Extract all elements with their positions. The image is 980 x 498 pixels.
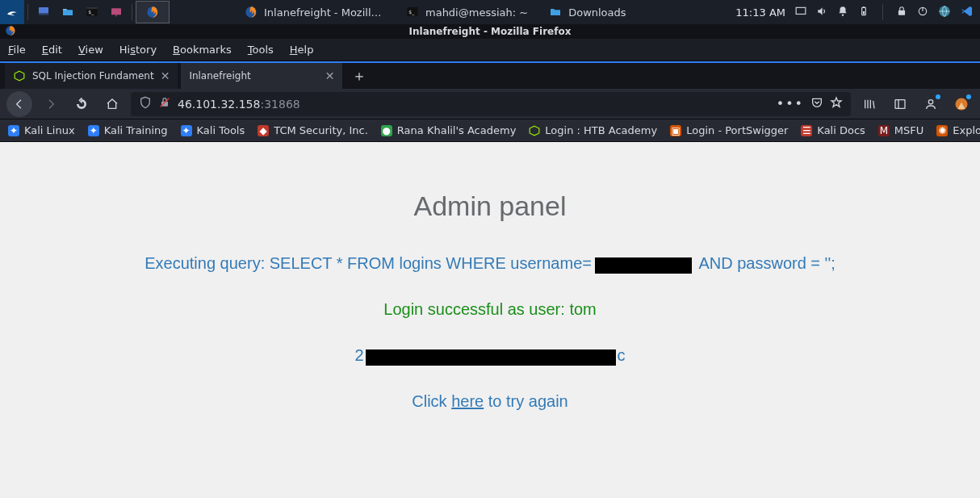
desktop-launcher-icon[interactable] [31,0,56,24]
page-content: Admin panel Executing query: SELECT * FR… [0,142,980,498]
svg-rect-15 [863,11,865,15]
menu-file[interactable]: File [8,44,26,56]
tab-sql-injection[interactable]: SQL Injection Fundament ✕ [5,63,178,89]
menu-view[interactable]: View [78,44,103,56]
dragon-icon: ✦ [8,125,19,136]
menu-history[interactable]: History [119,44,157,56]
tab-title: Inlanefreight [189,70,318,82]
bookmark-portswigger[interactable]: ▣Login - PortSwigger [670,124,788,136]
exploit-icon: ✺ [936,125,948,136]
library-button[interactable] [857,92,882,116]
bookmark-tcm[interactable]: ◆TCM Security, Inc. [258,124,368,136]
svg-rect-14 [863,6,865,7]
close-icon[interactable]: ✕ [325,69,335,82]
account-button[interactable] [919,92,943,116]
page-actions-icon[interactable]: ••• [777,96,804,111]
task-firefox[interactable]: Inlanefreight - Mozilla ... [234,1,396,23]
panel-firefox-shortcut[interactable] [136,1,170,23]
menu-help[interactable]: Help [290,44,314,56]
power-icon[interactable] [917,6,928,19]
sidebar-button[interactable] [888,92,912,116]
volume-icon[interactable] [816,6,827,19]
docs-icon: ☰ [801,125,812,136]
bookmark-kali-tools[interactable]: ✦Kali Tools [181,124,245,136]
firefox-titlebar[interactable]: Inlanefreight - Mozilla Firefox [0,24,980,39]
task-label: Inlanefreight - Mozilla ... [264,6,385,19]
bookmark-exploit[interactable]: ✺Exploit [936,124,980,136]
back-button[interactable] [6,91,32,117]
login-success-message: Login successful as user: tom [0,300,980,319]
network-globe-icon[interactable] [938,5,951,20]
notifications-icon[interactable] [837,6,848,19]
try-again-prefix: Click [412,392,451,410]
terminal-launcher-icon[interactable]: $_ [80,0,104,24]
menu-tools[interactable]: Tools [248,44,274,56]
bookmark-htb[interactable]: Login : HTB Academy [529,124,657,136]
redacted-username [595,257,692,274]
clock[interactable]: 11:13 AM [735,6,785,19]
url-port: :31868 [260,98,299,111]
kali-menu-icon[interactable] [0,0,24,24]
svg-marker-21 [15,71,24,81]
bookmarks-toolbar: ✦Kali Linux ✦Kali Training ✦Kali Tools ◆… [0,119,980,142]
lock-icon[interactable] [896,6,907,19]
folder-icon [549,6,562,19]
new-tab-button[interactable]: ＋ [346,63,373,89]
tcm-icon: ◆ [258,125,269,136]
tab-title: SQL Injection Fundament [32,70,154,82]
notification-dot-icon [936,94,940,99]
htb-icon [529,125,540,136]
reload-button[interactable] [69,92,94,116]
dragon-icon: ✦ [88,125,99,136]
kali-tools-launcher-icon[interactable] [104,0,128,24]
svg-rect-5 [111,8,121,15]
firefox-appicon [5,25,16,39]
pocket-icon[interactable] [810,96,823,111]
workspace-switcher-icon[interactable] [795,6,806,19]
dragon-icon: ✦ [181,125,192,136]
panel-tasklist: Inlanefreight - Mozilla ... $_ mahdi@mes… [234,0,637,24]
firefox-icon [245,6,258,19]
vscode-icon[interactable] [961,5,974,20]
close-icon[interactable]: ✕ [161,69,170,82]
home-button[interactable] [100,92,124,116]
forward-button[interactable] [39,92,63,116]
task-terminal[interactable]: $_ mahdi@messiah: ~ [396,1,538,23]
svg-rect-24 [895,99,905,108]
page-title: Admin panel [0,190,980,222]
panel-tray: 11:13 AM [735,4,980,20]
task-label: Downloads [568,6,626,19]
files-launcher-icon[interactable] [56,0,80,24]
svg-rect-1 [39,13,48,15]
toolbar-right [857,92,974,116]
query-line: Executing query: SELECT * FROM logins WH… [0,254,980,273]
bookmark-msfu[interactable]: MMSFU [878,124,923,136]
bookmark-kali-docs[interactable]: ☰Kali Docs [801,124,865,136]
try-again-link[interactable]: here [451,392,484,410]
battery-icon[interactable] [858,6,869,19]
svg-rect-16 [898,10,905,15]
bookmark-rana[interactable]: ●Rana Khalil's Academy [381,124,516,136]
flag-line: 2c [0,346,980,365]
svg-rect-11 [796,7,806,14]
svg-point-26 [928,99,932,103]
redacted-flag [366,349,616,366]
panel-launchers: $_ [0,0,170,24]
menu-bookmarks[interactable]: Bookmarks [173,44,232,56]
bookmark-kali-linux[interactable]: ✦Kali Linux [8,124,75,136]
bookmark-star-icon[interactable] [830,96,843,111]
url-bar[interactable]: 46.101.32.158:31868 ••• [131,92,851,116]
svg-text:$_: $_ [408,9,415,15]
extension-foxyproxy[interactable] [949,92,974,116]
firefox-icon [146,6,159,19]
menu-edit[interactable]: Edit [42,44,62,56]
flag-suffix: c [618,346,626,364]
task-downloads[interactable]: Downloads [538,1,636,23]
insecure-lock-icon[interactable] [158,96,171,111]
portswigger-icon: ▣ [670,125,681,136]
shield-icon[interactable] [139,96,152,111]
bookmark-kali-training[interactable]: ✦Kali Training [88,124,168,136]
tab-inlanefreight[interactable]: Inlanefreight ✕ [181,63,342,89]
query-suffix: AND password = ''; [695,254,836,272]
terminal-icon: $_ [406,6,419,19]
